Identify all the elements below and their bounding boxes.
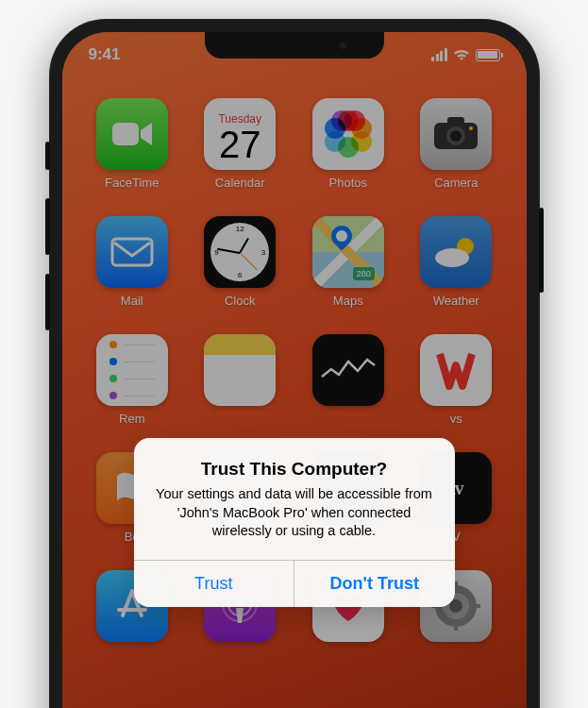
screen: 9:41 FaceTime Tuesday xyxy=(62,32,527,708)
volume-up-button xyxy=(45,198,50,255)
alert-title: Trust This Computer? xyxy=(151,459,438,480)
side-button xyxy=(539,208,544,293)
iphone-device-frame: 9:41 FaceTime Tuesday xyxy=(49,19,540,708)
dont-trust-button[interactable]: Don't Trust xyxy=(294,561,455,607)
volume-down-button xyxy=(45,274,50,330)
trust-button[interactable]: Trust xyxy=(134,561,294,607)
mute-switch xyxy=(45,142,50,170)
alert-message: Your settings and data will be accessibl… xyxy=(151,485,438,541)
trust-computer-alert: Trust This Computer? Your settings and d… xyxy=(134,438,455,607)
